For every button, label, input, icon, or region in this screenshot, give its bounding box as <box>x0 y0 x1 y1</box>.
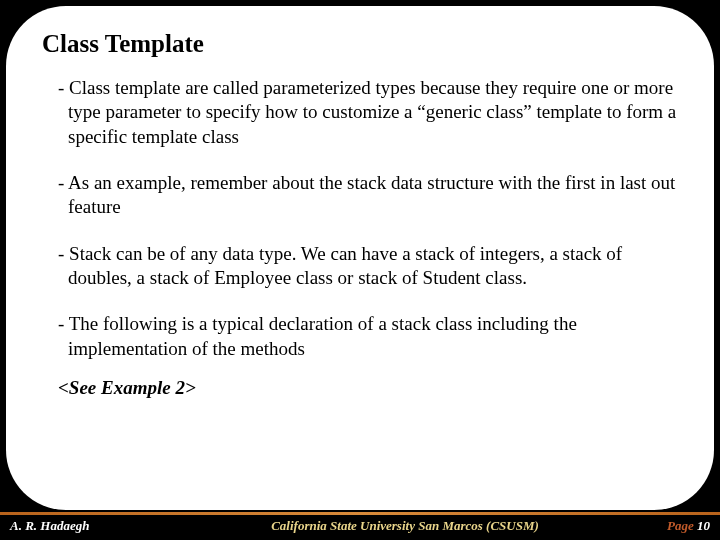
footer-page: Page 10 <box>630 518 720 534</box>
slide-title: Class Template <box>42 30 678 58</box>
bullet-item: - Stack can be of any data type. We can … <box>42 242 678 291</box>
bullet-text: - Class template are called parameterize… <box>42 76 678 149</box>
page-label: Page <box>667 518 694 533</box>
page-number: 10 <box>697 518 710 533</box>
bullet-item: - The following is a typical declaration… <box>42 312 678 361</box>
slide-footer: A. R. Hadaegh California State Universit… <box>0 512 720 540</box>
bullet-text: - The following is a typical declaration… <box>42 312 678 361</box>
bullet-text: - As an example, remember about the stac… <box>42 171 678 220</box>
footer-divider <box>0 512 720 515</box>
footer-affiliation: California State University San Marcos (… <box>180 518 630 534</box>
bullet-text: - Stack can be of any data type. We can … <box>42 242 678 291</box>
bullet-item: - As an example, remember about the stac… <box>42 171 678 220</box>
footer-author: A. R. Hadaegh <box>0 518 180 534</box>
slide-card: Class Template - Class template are call… <box>6 6 714 510</box>
see-example-note: <See Example 2> <box>42 377 678 399</box>
bullet-item: - Class template are called parameterize… <box>42 76 678 149</box>
